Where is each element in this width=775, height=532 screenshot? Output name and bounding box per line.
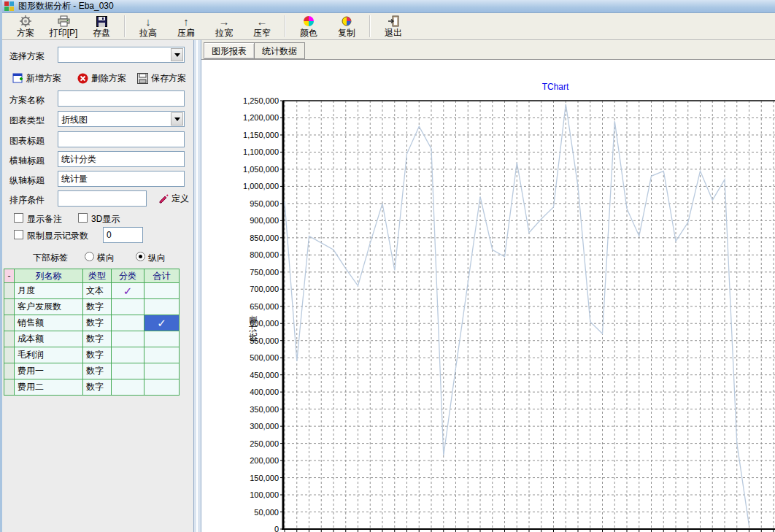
column-name-cell[interactable]: 费用一 (15, 363, 83, 379)
chart-title-input[interactable] (58, 131, 185, 147)
column-type-cell[interactable]: 文本 (83, 283, 112, 299)
svg-text:650,000: 650,000 (250, 302, 279, 311)
column-type-cell[interactable]: 数字 (83, 379, 112, 396)
chart-type-combobox[interactable]: 折线图 (58, 111, 185, 127)
select-plan-combobox[interactable] (58, 47, 185, 63)
column-name-cell[interactable]: 费用二 (15, 379, 83, 396)
row-indicator[interactable] (4, 299, 15, 315)
copy-button[interactable]: 复制 (328, 13, 366, 39)
delete-plan-button[interactable]: 删除方案 (77, 72, 126, 85)
total-cell[interactable]: ✓ (144, 315, 180, 331)
column-name-cell[interactable]: 毛利润 (15, 347, 83, 363)
copy-pie-icon (342, 15, 352, 28)
toolbar-separator (285, 15, 286, 37)
grid-header-name[interactable]: 列名称 (15, 269, 83, 283)
tab-graphic-report[interactable]: 图形报表 (204, 42, 255, 59)
category-cell[interactable] (112, 379, 144, 396)
row-indicator[interactable] (4, 363, 15, 379)
grid-header-category[interactable]: 分类 (112, 269, 144, 283)
y-axis-title-input[interactable] (58, 171, 185, 187)
column-name-cell[interactable]: 月度 (15, 283, 83, 299)
svg-text:700,000: 700,000 (250, 285, 279, 293)
column-type-cell[interactable]: 数字 (83, 299, 112, 315)
flatten-button[interactable]: ↑ 压扁 (167, 13, 205, 39)
column-name-cell[interactable]: 销售额 (15, 315, 83, 331)
svg-text:950,000: 950,000 (250, 199, 279, 208)
column-name-cell[interactable]: 客户发展数 (15, 299, 83, 315)
sort-condition-input[interactable] (58, 190, 147, 207)
svg-text:100,000: 100,000 (250, 490, 279, 499)
category-cell[interactable] (112, 299, 144, 315)
floppy-icon (96, 15, 107, 28)
total-cell[interactable] (144, 283, 180, 299)
limit-records-checkbox[interactable] (14, 230, 23, 239)
exit-button[interactable]: 退出 (374, 13, 412, 39)
column-type-cell[interactable]: 数字 (83, 347, 112, 363)
stretch-tall-button[interactable]: ↓ 拉高 (129, 13, 167, 39)
show-note-checkbox[interactable] (14, 213, 23, 223)
plan-button[interactable]: 方案 (7, 13, 45, 39)
toolbar-label: 拉高 (139, 28, 157, 38)
total-cell[interactable] (144, 299, 180, 315)
category-cell[interactable] (112, 347, 144, 363)
category-cell[interactable] (112, 331, 144, 347)
limit-records-input[interactable] (103, 227, 143, 243)
grid-corner-header[interactable]: - (4, 269, 15, 283)
row-indicator[interactable] (4, 331, 15, 347)
color-button[interactable]: 颜色 (290, 13, 328, 39)
svg-text:800,000: 800,000 (250, 250, 279, 259)
row-indicator[interactable] (4, 315, 15, 331)
svg-text:0: 0 (274, 525, 279, 532)
total-cell[interactable] (144, 347, 180, 363)
define-button[interactable]: 定义 (158, 193, 189, 205)
svg-text:500,000: 500,000 (250, 353, 279, 362)
horizontal-radio[interactable] (85, 252, 94, 261)
arrow-down-icon: ↓ (145, 15, 151, 28)
category-cell[interactable] (112, 363, 144, 379)
3d-display-checkbox[interactable] (78, 213, 88, 223)
svg-text:1,000,000: 1,000,000 (243, 182, 279, 190)
toolbar-label: 退出 (385, 28, 402, 38)
column-type-cell[interactable]: 数字 (83, 363, 112, 379)
row-indicator[interactable] (4, 379, 15, 396)
category-cell[interactable]: ✓ (112, 283, 144, 299)
column-name-cell[interactable]: 成本额 (15, 331, 83, 347)
category-cell[interactable] (112, 315, 144, 331)
table-row: 成本额数字 (4, 331, 180, 347)
svg-text:900,000: 900,000 (250, 216, 279, 225)
table-row: 毛利润数字 (4, 347, 180, 363)
toolbar-label: 压窄 (253, 28, 271, 38)
chevron-down-icon[interactable] (171, 48, 183, 61)
grid-header-type[interactable]: 类型 (83, 269, 112, 283)
total-cell[interactable] (144, 379, 180, 396)
x-axis-title-input[interactable] (58, 151, 185, 167)
tab-statistics-data[interactable]: 统计数据 (255, 42, 305, 59)
total-cell[interactable] (144, 363, 180, 379)
save-button[interactable]: 存盘 (82, 13, 120, 39)
x-axis-title-label: 横轴标题 (9, 155, 45, 167)
line-chart[interactable]: 050,000100,000150,000200,000250,000300,0… (201, 60, 775, 532)
panel-splitter[interactable] (193, 40, 201, 532)
limit-records-label: 限制显示记录数 (27, 230, 88, 242)
vertical-radio[interactable] (136, 252, 145, 261)
plan-name-input[interactable] (58, 90, 185, 107)
select-plan-label: 选择方案 (9, 50, 45, 63)
save-plan-button[interactable]: 保存方案 (137, 72, 186, 85)
new-plan-button[interactable]: 新增方案 (12, 72, 61, 85)
grid-header-total[interactable]: 合计 (144, 269, 180, 283)
svg-text:250,000: 250,000 (250, 439, 279, 448)
column-type-cell[interactable]: 数字 (83, 331, 112, 347)
color-pie-icon (303, 15, 315, 28)
narrow-button[interactable]: ← 压窄 (243, 13, 281, 39)
row-indicator[interactable] (4, 347, 15, 363)
row-indicator[interactable] (4, 283, 15, 299)
total-cell[interactable] (144, 331, 180, 347)
print-button[interactable]: 打印[P] (45, 13, 82, 39)
chart-container: TChart 050,000100,000150,000200,000250,0… (201, 60, 775, 532)
svg-text:1,200,000: 1,200,000 (243, 113, 279, 122)
chevron-down-icon[interactable] (171, 112, 183, 126)
widen-button[interactable]: → 拉宽 (205, 13, 243, 39)
column-type-cell[interactable]: 数字 (83, 315, 112, 331)
define-label: 定义 (171, 193, 189, 205)
show-note-label: 显示备注 (27, 213, 62, 225)
